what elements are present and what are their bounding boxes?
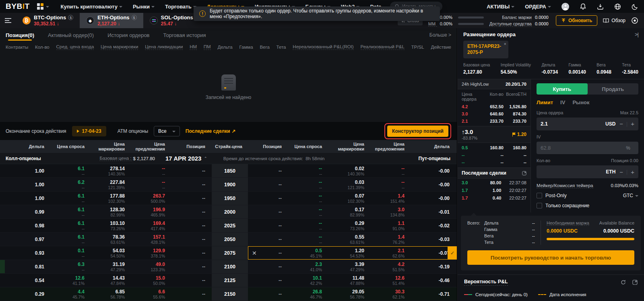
positions-tab[interactable]: Торговая история [163, 28, 206, 42]
call-ask-cell[interactable]: ---- [131, 178, 171, 191]
put-ask-cell[interactable]: ---- [371, 178, 411, 191]
put-position-cell[interactable]: -- [248, 205, 288, 219]
call-bid-cell[interactable]: 6.1-- [51, 164, 91, 177]
overview-button[interactable]: Обзор [603, 18, 625, 23]
reduce-only-checkbox[interactable]: Только сокращение [537, 203, 589, 208]
put-mark-cell[interactable]: 29.0556.78% [328, 287, 371, 301]
positions-tab[interactable]: Активный ордер(0) [48, 28, 94, 42]
put-mark-cell[interactable]: 11.4847.88% [328, 274, 371, 287]
expiry-date-header[interactable]: 17 APR 2023 [165, 155, 202, 162]
call-mark-cell[interactable]: 6.8556.78% [91, 287, 131, 301]
put-ask-cell[interactable]: 1.476.2% [371, 233, 411, 246]
put-delta-cell[interactable]: -0.00 [411, 164, 457, 177]
put-delta-cell[interactable]: -0.71 [411, 287, 457, 301]
call-delta-cell[interactable]: 0.98 [0, 219, 51, 232]
put-ask-cell[interactable]: ---- [371, 164, 411, 177]
call-mark-cell[interactable]: 103.1073.26% [91, 219, 131, 232]
price-input[interactable]: 2.1 USD −|+ [537, 118, 638, 130]
time-in-force-dropdown[interactable]: GTC [623, 193, 638, 198]
nav-item-купить-криптовалюту[interactable]: Купить криптовалюту [56, 0, 128, 13]
trade-row[interactable]: 3.080.0022:37:08 [458, 179, 530, 186]
order-type-tab[interactable]: Рынок [572, 99, 589, 105]
call-delta-cell[interactable]: 0.97 [0, 233, 51, 246]
put-mark-cell[interactable]: 0.2973.26% [328, 219, 371, 232]
call-ask-cell[interactable]: 6.655.6% [131, 287, 171, 301]
call-mark-cell[interactable]: 31.1947.29% [91, 260, 131, 273]
call-mark-cell[interactable]: 78.3663.61% [91, 233, 131, 246]
put-mark-cell[interactable]: 0.03121.39% [328, 178, 371, 191]
close-icon[interactable]: × [504, 41, 506, 46]
call-bid-cell[interactable]: 6.1-- [51, 192, 91, 205]
call-delta-cell[interactable]: 1.00 [0, 192, 51, 205]
put-ask-cell[interactable]: 4.251.5% [371, 260, 411, 273]
market-tab-eth[interactable]: ◆ETH-Options$2,127.20 ↓ [80, 13, 143, 28]
bid-row[interactable]: ------ [458, 159, 530, 166]
put-ask-cell[interactable]: 2.162.6% [371, 246, 411, 260]
put-delta-cell[interactable]: -0.02 [411, 219, 457, 232]
atm-dropdown[interactable]: Все [154, 126, 180, 136]
call-delta-cell[interactable]: 0.29 [0, 287, 51, 301]
notifications-bell-icon[interactable] [580, 3, 586, 10]
ask-row[interactable]: 4.2652.501,526.80 [458, 103, 530, 110]
call-position-cell[interactable]: -- [171, 219, 212, 232]
expand-icon[interactable] [522, 171, 526, 175]
call-ask-cell[interactable]: ---- [131, 164, 171, 177]
call-ask-cell[interactable]: 196.9465.9% [131, 205, 171, 219]
put-delta-cell[interactable]: -0.19 [411, 260, 457, 273]
update-button[interactable]: Обновить [556, 15, 597, 26]
call-mark-cell[interactable]: 227.84121.39% [91, 178, 131, 191]
nav-item-рынки[interactable]: Рынки [128, 0, 160, 13]
decrement-button[interactable]: − [619, 120, 623, 127]
position-builder-button[interactable]: Конструктор позиций [387, 126, 448, 137]
call-bid-cell[interactable]: 6.1-- [51, 205, 91, 219]
call-position-cell[interactable]: -- [171, 260, 212, 273]
call-delta-cell[interactable]: 0.99 [0, 205, 51, 219]
call-bid-cell[interactable]: 12.641.1% [51, 274, 91, 287]
call-mark-cell[interactable]: 14.4347.84% [91, 274, 131, 287]
put-delta-cell[interactable]: -0.46 [411, 274, 457, 287]
more-link[interactable]: Больше > [429, 32, 451, 38]
put-position-cell[interactable]: -- [248, 192, 288, 205]
call-bid-cell[interactable]: 6.2-- [51, 178, 91, 191]
call-position-cell[interactable]: -- [171, 233, 212, 246]
decrement-button[interactable]: − [619, 169, 623, 175]
call-mark-cell[interactable]: 177.88102.30% [91, 192, 131, 205]
ask-row[interactable]: 2.1233.70233.70 [458, 118, 530, 125]
put-ask-cell[interactable]: 1.4151.4% [371, 192, 411, 205]
call-bid-cell[interactable]: 6.1-- [51, 233, 91, 246]
call-position-cell[interactable]: -- [171, 274, 212, 287]
put-ask-cell[interactable]: 12.651.4% [371, 274, 411, 287]
strike-price[interactable]: 2025 [212, 219, 248, 232]
put-position-cell[interactable]: -- [248, 178, 288, 191]
strike-price[interactable]: 2125 [212, 274, 248, 287]
strike-price[interactable]: 2150 [212, 287, 248, 301]
call-mark-cell[interactable]: 278.14140.36% [91, 164, 131, 177]
bybit-logo[interactable]: BYBIT [6, 2, 30, 11]
call-delta-cell[interactable]: 1.00 [0, 164, 51, 177]
put-position-cell[interactable]: -- [248, 219, 288, 232]
positions-tab[interactable]: Позиция(0) [6, 28, 34, 42]
markets-hamburger-icon[interactable] [0, 13, 16, 28]
order-type-tab[interactable]: IV [560, 99, 565, 105]
call-position-cell[interactable]: -- [171, 164, 212, 177]
put-delta-cell[interactable]: -0.00 [411, 178, 457, 191]
put-mark-cell[interactable]: 0.02140.36% [328, 164, 371, 177]
order-type-tab[interactable]: Лимит [537, 99, 553, 105]
strike-price[interactable]: 2000 [212, 205, 248, 219]
increment-button[interactable]: + [631, 120, 634, 127]
iv-input[interactable]: 62.8 % [537, 142, 638, 155]
call-ask-cell[interactable]: 263.7500.0% [131, 192, 171, 205]
put-position-cell[interactable]: -- [248, 233, 288, 246]
put-position-cell[interactable]: -- [248, 274, 288, 287]
strike-price[interactable]: 2100 [212, 260, 248, 273]
deselect-contract-icon[interactable]: ✕ [252, 250, 257, 256]
put-position-cell[interactable]: -- [248, 287, 288, 301]
orders-menu[interactable]: ОРДЕРА [525, 4, 551, 10]
sell-button[interactable]: Продать [588, 83, 639, 95]
expand-icon[interactable] [632, 280, 638, 285]
positions-tab[interactable]: История ордеров [107, 28, 149, 42]
profile-avatar[interactable] [561, 3, 569, 10]
put-mark-cell[interactable]: 1.2054.53% [328, 246, 371, 260]
call-bid-cell[interactable]: 0.1-- [51, 246, 91, 260]
post-only-checkbox[interactable]: Post-Only [537, 193, 567, 198]
